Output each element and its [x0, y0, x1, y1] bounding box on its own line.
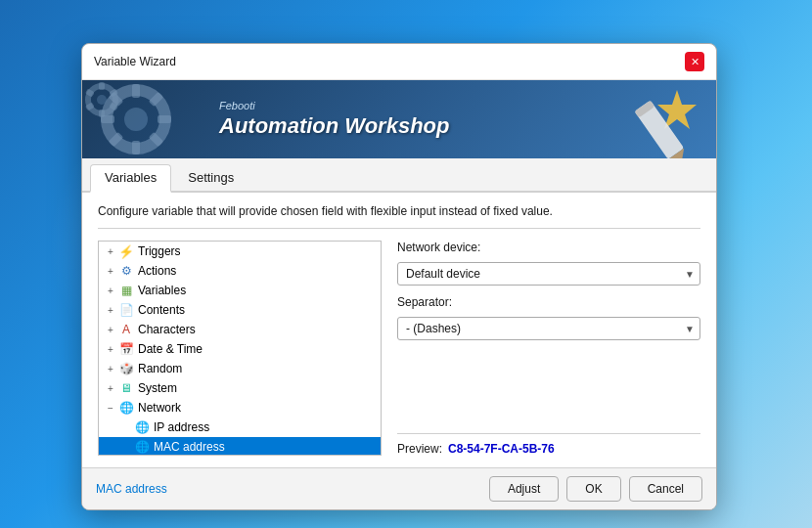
- tab-variables[interactable]: Variables: [90, 164, 171, 193]
- banner-brand: Febooti: [219, 100, 449, 111]
- actions-icon: ⚙: [118, 263, 134, 279]
- variable-tree[interactable]: + ⚡ Triggers + ⚙ Actions + ▦ Variables +…: [98, 241, 382, 456]
- expander-datetime: +: [103, 341, 118, 357]
- tree-label-random: Random: [138, 362, 182, 375]
- tree-item-triggers[interactable]: + ⚡ Triggers: [99, 242, 381, 261]
- expander-actions: +: [103, 263, 118, 279]
- preview-area: Preview: C8-54-7F-CA-5B-76: [397, 433, 700, 456]
- tree-label-datetime: Date & Time: [138, 342, 203, 356]
- tree-label-mac: MAC address: [154, 440, 225, 454]
- contents-icon: 📄: [118, 302, 134, 318]
- preview-label: Preview:: [397, 442, 442, 456]
- network-device-label: Network device:: [397, 241, 700, 254]
- expander-characters: +: [103, 322, 118, 337]
- preview-line: Preview: C8-54-7F-CA-5B-76: [397, 442, 700, 456]
- titlebar: Variable Wizard ✕: [82, 44, 716, 80]
- tabs-bar: Variables Settings: [82, 158, 716, 193]
- datetime-icon: 📅: [118, 341, 134, 357]
- separator-select-wrapper: - (Dashes) . (Dots) : (Colons) None ▼: [397, 317, 700, 340]
- svg-point-11: [97, 95, 107, 105]
- tree-label-network: Network: [138, 401, 181, 415]
- description-text: Configure variable that will provide cho…: [98, 204, 700, 229]
- tree-label-contents: Contents: [138, 303, 185, 317]
- footer-buttons: Adjust OK Cancel: [489, 476, 702, 502]
- tree-label-variables: Variables: [138, 284, 186, 297]
- expander-contents: +: [103, 302, 118, 318]
- expander-triggers: +: [103, 243, 118, 259]
- tree-item-contents[interactable]: + 📄 Contents: [99, 300, 381, 320]
- svg-rect-6: [132, 141, 140, 154]
- banner: Febooti Automation Workshop: [82, 80, 716, 158]
- expander-system: +: [103, 380, 118, 396]
- network-device-select-wrapper: Default device Ethernet Wi-Fi ▼: [397, 262, 700, 286]
- separator-label: Separator:: [397, 295, 700, 309]
- adjust-button[interactable]: Adjust: [489, 476, 559, 502]
- footer-info-text: MAC address: [96, 482, 167, 496]
- dialog-footer: MAC address Adjust OK Cancel: [82, 467, 716, 509]
- cancel-button[interactable]: Cancel: [629, 476, 702, 502]
- variables-icon: ▦: [118, 283, 134, 298]
- banner-app-name: Automation Workshop: [219, 113, 449, 139]
- expander-random: +: [103, 361, 118, 376]
- network-icon: 🌐: [118, 400, 134, 416]
- dialog-content: Configure variable that will provide cho…: [82, 193, 716, 467]
- ok-button[interactable]: OK: [566, 476, 620, 502]
- tree-label-characters: Characters: [138, 323, 196, 336]
- tree-item-random[interactable]: + 🎲 Random: [99, 359, 381, 378]
- right-panel: Network device: Default device Ethernet …: [397, 241, 700, 456]
- variable-wizard-dialog: Variable Wizard ✕ F: [81, 43, 717, 510]
- dialog-title: Variable Wizard: [94, 55, 176, 68]
- ip-icon: 🌐: [134, 419, 150, 435]
- tree-item-actions[interactable]: + ⚙ Actions: [99, 261, 381, 281]
- network-device-group: Network device: Default device Ethernet …: [397, 241, 700, 286]
- expander-network: −: [103, 400, 118, 416]
- tree-item-mac-address[interactable]: 🌐 MAC address: [99, 437, 381, 456]
- tree-item-datetime[interactable]: + 📅 Date & Time: [99, 339, 381, 359]
- expander-mac: [118, 439, 134, 455]
- tree-item-variables[interactable]: + ▦ Variables: [99, 281, 381, 300]
- tree-item-network[interactable]: − 🌐 Network: [99, 398, 381, 418]
- main-layout: + ⚡ Triggers + ⚙ Actions + ▦ Variables +…: [98, 241, 700, 456]
- expander-variables: +: [103, 283, 118, 298]
- expander-ip: [118, 419, 134, 435]
- tab-settings[interactable]: Settings: [173, 164, 248, 191]
- tree-item-ip-address[interactable]: 🌐 IP address: [99, 418, 381, 437]
- svg-rect-12: [99, 82, 105, 90]
- lightning-icon: ⚡: [118, 243, 134, 259]
- network-device-select[interactable]: Default device Ethernet Wi-Fi: [397, 262, 700, 286]
- banner-title-group: Febooti Automation Workshop: [219, 100, 449, 139]
- close-button[interactable]: ✕: [685, 52, 704, 71]
- mac-icon: 🌐: [134, 439, 150, 455]
- separator-group: Separator: - (Dashes) . (Dots) : (Colons…: [397, 295, 700, 340]
- svg-rect-15: [99, 110, 105, 117]
- preview-value: C8-54-7F-CA-5B-76: [448, 442, 555, 456]
- tree-item-system[interactable]: + 🖥 System: [99, 378, 381, 398]
- tree-item-characters[interactable]: + A Characters: [99, 320, 381, 339]
- tree-label-system: System: [138, 381, 177, 395]
- characters-icon: A: [118, 322, 134, 337]
- banner-pencil-decoration: [618, 85, 697, 158]
- svg-rect-2: [132, 84, 140, 98]
- svg-rect-4: [158, 115, 171, 123]
- banner-gears-decoration: [82, 80, 239, 158]
- system-icon: 🖥: [118, 380, 134, 396]
- random-icon: 🎲: [118, 361, 134, 376]
- separator-select[interactable]: - (Dashes) . (Dots) : (Colons) None: [397, 317, 700, 340]
- tree-label-ip: IP address: [154, 420, 209, 434]
- tree-label-actions: Actions: [138, 264, 176, 278]
- svg-point-1: [124, 108, 148, 131]
- tree-label-triggers: Triggers: [138, 244, 181, 258]
